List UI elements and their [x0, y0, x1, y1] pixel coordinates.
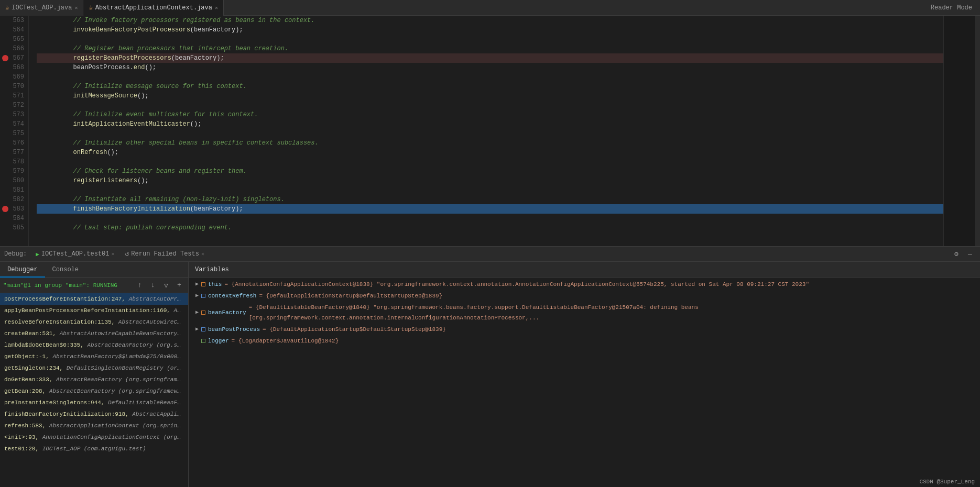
line-num-567[interactable]: 567	[0, 53, 28, 63]
scrollbar-right[interactable]	[975, 16, 980, 246]
frame-item[interactable]: lambda$doGetBean$0:335, AbstractBeanFact…	[0, 339, 188, 351]
tab-debugger[interactable]: Debugger	[0, 262, 45, 278]
code-line-574[interactable]: initApplicationEventMulticaster();	[37, 119, 943, 129]
expand-icon[interactable]: ▶	[193, 292, 201, 300]
line-num-585[interactable]: 585	[0, 223, 28, 233]
frame-item[interactable]: <init>:93, AnnotationConfigApplicationCo…	[0, 431, 188, 443]
frames-list[interactable]: postProcessBeforeInstantiation:247, Abst…	[0, 293, 188, 487]
frame-item[interactable]: getObject:-1, AbstractBeanFactory$$Lambd…	[0, 351, 188, 362]
var-item[interactable]: ▶contextRefresh= {DefaultApplicationStar…	[189, 290, 980, 302]
line-num-572[interactable]: 572	[0, 101, 28, 110]
app-container: ☕ IOCTest_AOP.java ✕ ☕ AbstractApplicati…	[0, 0, 980, 487]
debug-tab-rerun-close[interactable]: ✕	[201, 251, 204, 257]
code-line-581[interactable]	[37, 185, 943, 195]
line-num-571[interactable]: 571	[0, 91, 28, 101]
tab-abstractapp-close[interactable]: ✕	[215, 5, 218, 11]
frames-up-btn[interactable]: ↑	[134, 280, 146, 291]
line-num-568[interactable]: 568	[0, 63, 28, 72]
minimize-button[interactable]: —	[964, 248, 976, 260]
code-line-578[interactable]	[37, 157, 943, 167]
line-num-570[interactable]: 570	[0, 82, 28, 91]
line-num-563[interactable]: 563	[0, 16, 28, 25]
code-line-585[interactable]: // Last step: publish corresponding even…	[37, 223, 943, 233]
var-item[interactable]: ▶beanFactory= {DefaultListableBeanFactor…	[189, 302, 980, 324]
debug-tab-aoptest[interactable]: ▶ IOCTest_AOP.test01 ✕	[31, 247, 118, 261]
frame-item[interactable]: getSingleton:234, DefaultSingletonBeanRe…	[0, 362, 188, 374]
code-line-570[interactable]: // Initialize message source for this co…	[37, 82, 943, 91]
frames-down-btn[interactable]: ↓	[147, 280, 159, 291]
code-line-573[interactable]: // Initialize event multicaster for this…	[37, 110, 943, 119]
var-value: = {AnnotationConfigApplicationContext@18…	[224, 279, 809, 290]
frame-item[interactable]: postProcessBeforeInstantiation:247, Abst…	[0, 293, 188, 305]
code-line-577[interactable]: onRefresh();	[37, 148, 943, 157]
line-num-581[interactable]: 581	[0, 185, 28, 195]
code-line-572[interactable]	[37, 101, 943, 110]
code-line-580[interactable]: registerListeners();	[37, 176, 943, 185]
frame-item[interactable]: refresh:583, AbstractApplicationContext …	[0, 420, 188, 431]
expand-icon[interactable]: ▶	[193, 325, 201, 334]
code-line-579[interactable]: // Check for listener beans and register…	[37, 167, 943, 176]
frames-filter-btn[interactable]: ▽	[160, 280, 172, 291]
line-num-575[interactable]: 575	[0, 129, 28, 138]
code-line-565[interactable]	[37, 35, 943, 44]
line-num-583[interactable]: 583	[0, 204, 28, 214]
code-line-571[interactable]: initMessageSource();	[37, 91, 943, 101]
code-line-566[interactable]: // Register bean processors that interce…	[37, 44, 943, 53]
code-line-582[interactable]: // Instantiate all remaining (non-lazy-i…	[37, 195, 943, 204]
code-line-567[interactable]: registerBeanPostProcessors(beanFactory);	[37, 53, 943, 63]
code-line-569[interactable]	[37, 72, 943, 82]
tab-ioctest-label: IOCTest_AOP.java	[12, 4, 72, 12]
line-num-565[interactable]: 565	[0, 35, 28, 44]
var-item[interactable]: ▶beanPostProcess= {DefaultApplicationSta…	[189, 324, 980, 335]
frame-item[interactable]: doGetBean:333, AbstractBeanFactory (org.…	[0, 374, 188, 385]
var-value: = {LogAdapter$JavaUtilLog@1842}	[232, 336, 339, 346]
settings-button[interactable]: ⚙	[951, 248, 962, 260]
code-line-576[interactable]: // Initialize other special beans in spe…	[37, 138, 943, 148]
code-line-563[interactable]: // Invoke factory processors registered …	[37, 16, 943, 25]
expand-icon[interactable]	[193, 337, 201, 345]
tab-ioctest-close[interactable]: ✕	[74, 5, 78, 11]
line-num-574[interactable]: 574	[0, 119, 28, 129]
frame-item[interactable]: getBean:208, AbstractBeanFactory (org.sp…	[0, 385, 188, 397]
var-value: = {DefaultApplicationStartup$DefaultStar…	[259, 291, 442, 301]
tab-ioctest[interactable]: ☕ IOCTest_AOP.java ✕	[0, 0, 83, 16]
code-line-568[interactable]: beanPostProcess.end();	[37, 63, 943, 72]
expand-icon[interactable]: ▶	[193, 280, 201, 289]
code-content[interactable]: // Invoke factory processors registered …	[37, 16, 943, 246]
line-num-579[interactable]: 579	[0, 167, 28, 176]
code-line-583[interactable]: finishBeanFactoryInitialization(beanFact…	[37, 204, 943, 214]
var-item[interactable]: logger= {LogAdapter$JavaUtilLog@1842}	[189, 335, 980, 347]
tab-abstractapp[interactable]: ☕ AbstractApplicationContext.java ✕	[83, 0, 224, 16]
debug-tab-rerun[interactable]: ↺ Rerun Failed Tests ✕	[121, 247, 209, 261]
variables-list[interactable]: ▶this= {AnnotationConfigApplicationConte…	[189, 278, 980, 487]
frame-item[interactable]: createBean:531, AbstractAutowireCapableB…	[0, 328, 188, 339]
var-item[interactable]: ▶this= {AnnotationConfigApplicationConte…	[189, 279, 980, 290]
var-value: = {DefaultListableBeanFactory@1840} "org…	[249, 302, 976, 323]
line-num-584[interactable]: 584	[0, 214, 28, 223]
frame-item[interactable]: preInstantiateSingletons:944, DefaultLis…	[0, 397, 188, 408]
code-line-584[interactable]	[37, 214, 943, 223]
line-num-578[interactable]: 578	[0, 157, 28, 167]
line-num-566[interactable]: 566	[0, 44, 28, 53]
line-num-573[interactable]: 573	[0, 110, 28, 119]
frame-item[interactable]: resolveBeforeInstantiation:1135, Abstrac…	[0, 316, 188, 328]
line-num-569[interactable]: 569	[0, 72, 28, 82]
line-num-577[interactable]: 577	[0, 148, 28, 157]
debug-tab-rerun-label: Rerun Failed Tests	[131, 250, 199, 258]
code-line-564[interactable]: invokeBeanFactoryPostProcessors(beanFact…	[37, 25, 943, 35]
line-num-576[interactable]: 576	[0, 138, 28, 148]
line-num-564[interactable]: 564	[0, 25, 28, 35]
frame-item[interactable]: test01:20, IOCTest_AOP (com.atguigu.test…	[0, 443, 188, 455]
var-type-icon	[201, 282, 205, 286]
tab-console[interactable]: Console	[45, 262, 86, 278]
frames-add-btn[interactable]: +	[173, 280, 185, 291]
tab-abstractapp-label: AbstractApplicationContext.java	[95, 4, 212, 12]
var-name: this	[208, 279, 222, 290]
expand-icon[interactable]: ▶	[193, 308, 201, 317]
frame-item[interactable]: applyBeanPostProcessorsBeforeInstantiati…	[0, 305, 188, 316]
line-num-582[interactable]: 582	[0, 195, 28, 204]
debug-tab-aoptest-close[interactable]: ✕	[111, 251, 114, 257]
frame-item[interactable]: finishBeanFactoryInitialization:918, Abs…	[0, 408, 188, 420]
line-num-580[interactable]: 580	[0, 176, 28, 185]
code-line-575[interactable]	[37, 129, 943, 138]
